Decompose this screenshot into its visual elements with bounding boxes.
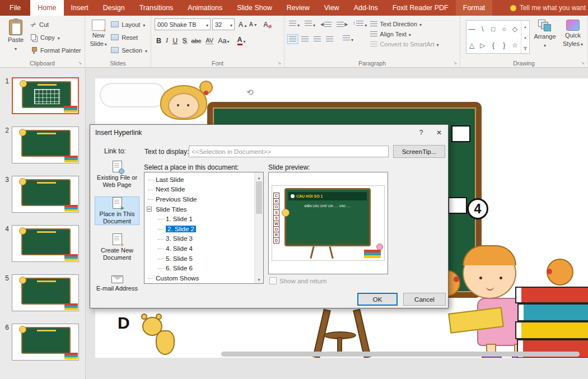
tab-design[interactable]: Design bbox=[96, 0, 132, 16]
text-shadow-button[interactable]: S bbox=[182, 37, 186, 45]
tab-home[interactable]: Home bbox=[30, 0, 63, 16]
copy-button[interactable]: Copy bbox=[29, 32, 83, 43]
tab-add-ins[interactable]: Add-Ins bbox=[347, 0, 385, 16]
character-spacing-button[interactable]: AV bbox=[206, 37, 213, 44]
tree-item-slide-titles[interactable]: Slide Titles bbox=[146, 204, 253, 214]
document-places-tree[interactable]: Last Slide Next Slide Previous Slide Sli… bbox=[144, 172, 264, 284]
tab-slide-show[interactable]: Slide Show bbox=[230, 0, 279, 16]
tab-format[interactable]: Format bbox=[456, 0, 493, 16]
tab-review[interactable]: Review bbox=[279, 0, 317, 16]
tell-me-box[interactable]: Tell me what you want bbox=[510, 0, 588, 16]
link-to-email-address[interactable]: E-mail Address bbox=[95, 269, 139, 298]
slide-thumbnail-2[interactable] bbox=[12, 127, 79, 163]
font-name-dropdown-icon[interactable] bbox=[204, 21, 208, 28]
shapes-gallery-scrollbar[interactable] bbox=[521, 21, 529, 53]
slide-thumbnail-3[interactable] bbox=[12, 176, 79, 213]
strikethrough-button[interactable]: abc bbox=[192, 38, 202, 44]
section-button[interactable]: Section bbox=[109, 45, 149, 55]
bold-button[interactable]: B bbox=[156, 37, 161, 45]
italic-button[interactable]: I bbox=[166, 36, 168, 45]
scroll-down-icon[interactable] bbox=[255, 275, 263, 282]
paste-dropdown-icon[interactable] bbox=[15, 45, 17, 52]
align-justify-button[interactable] bbox=[326, 36, 333, 42]
align-right-button[interactable] bbox=[314, 36, 321, 42]
tree-item-slide-1[interactable]: 1. Slide 1 bbox=[146, 214, 253, 224]
shape-diamond-icon[interactable]: ◇ bbox=[512, 25, 517, 33]
link-to-place-in-document[interactable]: ➤ Place in This Document bbox=[95, 196, 139, 225]
new-slide-button[interactable]: New Slide bbox=[87, 17, 109, 59]
dialog-close-button[interactable]: ✕ bbox=[430, 125, 448, 140]
gallery-more-icon[interactable] bbox=[524, 44, 527, 52]
layout-button[interactable]: Layout bbox=[109, 19, 149, 30]
ok-button[interactable]: OK bbox=[357, 293, 398, 306]
shape-line-icon[interactable]: — bbox=[469, 25, 475, 33]
tree-item-slide-6[interactable]: 6. Slide 6 bbox=[146, 263, 253, 273]
link-to-create-new-document[interactable]: ✦ Create New Document bbox=[95, 233, 139, 261]
arrange-button[interactable]: Arrange bbox=[532, 17, 558, 59]
align-text-button[interactable]: Align Text bbox=[370, 31, 438, 38]
font-name-combo[interactable]: 000 Shake TB bbox=[155, 18, 211, 30]
cut-button[interactable]: ✂ Cut bbox=[29, 19, 83, 30]
tree-item-previous-slide[interactable]: Previous Slide bbox=[146, 194, 253, 204]
cancel-button[interactable]: Cancel bbox=[403, 293, 446, 306]
shape-right-brace-icon[interactable]: } bbox=[503, 41, 505, 49]
slide-thumbnail-4[interactable] bbox=[12, 225, 79, 262]
decrease-indent-button[interactable]: ◀ bbox=[320, 22, 332, 27]
dialog-titlebar[interactable]: Insert Hyperlink bbox=[90, 125, 448, 140]
screentip-button[interactable]: ScreenTip... bbox=[393, 145, 445, 158]
decrease-font-button[interactable]: A▼ bbox=[249, 21, 258, 27]
tab-foxit-reader-pdf[interactable]: Foxit Reader PDF bbox=[385, 0, 456, 16]
link-to-existing-file[interactable]: Existing File or Web Page bbox=[95, 160, 139, 189]
shape-left-brace-icon[interactable]: { bbox=[492, 41, 494, 49]
align-left-button[interactable] bbox=[289, 36, 296, 42]
increase-font-button[interactable]: A▲ bbox=[239, 21, 248, 29]
underline-button[interactable]: U bbox=[172, 37, 178, 45]
clipboard-dialog-launcher[interactable] bbox=[77, 60, 83, 66]
tab-animations[interactable]: Animations bbox=[180, 0, 230, 16]
bullets-button[interactable] bbox=[289, 21, 300, 29]
paste-button[interactable]: Paste bbox=[2, 17, 29, 59]
font-color-button[interactable]: A bbox=[237, 36, 246, 45]
numbering-button[interactable] bbox=[305, 21, 315, 29]
scroll-up-icon[interactable] bbox=[524, 22, 527, 30]
slide-thumbnail-6[interactable] bbox=[12, 324, 79, 361]
line-spacing-button[interactable]: ↕ bbox=[353, 21, 367, 29]
shape-oval-icon[interactable]: ○ bbox=[502, 25, 506, 33]
change-case-button[interactable]: Aa bbox=[218, 37, 229, 45]
slide-thumbnail-1[interactable] bbox=[12, 77, 79, 114]
tree-item-slide-4[interactable]: 4. Slide 4 bbox=[146, 244, 253, 254]
font-size-dropdown-icon[interactable] bbox=[228, 21, 232, 28]
shapes-gallery[interactable]: — \ □ ○ ◇ △ ▷ { } ☆ bbox=[466, 20, 530, 54]
reset-button[interactable]: Reset bbox=[109, 32, 149, 43]
shape-right-triangle-icon[interactable]: ▷ bbox=[480, 41, 485, 49]
tree-scrollbar[interactable] bbox=[254, 172, 263, 283]
scrollbar-thumb[interactable] bbox=[256, 181, 262, 214]
quick-styles-button[interactable]: Quick Styles bbox=[560, 17, 586, 59]
columns-button[interactable] bbox=[343, 35, 353, 43]
font-size-combo[interactable]: 32 bbox=[212, 18, 235, 30]
drawing-dialog-launcher[interactable] bbox=[580, 60, 586, 66]
tree-item-slide-5[interactable]: 5. Slide 5 bbox=[146, 254, 253, 264]
tree-item-custom-shows[interactable]: Custom Shows bbox=[146, 273, 253, 283]
shape-star-icon[interactable]: ☆ bbox=[512, 41, 518, 49]
tree-item-next-slide[interactable]: Next Slide bbox=[146, 185, 253, 195]
tab-file[interactable]: File bbox=[0, 0, 30, 16]
scroll-down-icon[interactable] bbox=[524, 33, 527, 41]
paragraph-dialog-launcher[interactable] bbox=[452, 60, 458, 66]
shape-triangle-icon[interactable]: △ bbox=[469, 41, 474, 49]
shape-rectangle-icon[interactable]: □ bbox=[491, 25, 495, 33]
align-center-button[interactable] bbox=[301, 36, 309, 42]
slide-thumbnail-5[interactable] bbox=[12, 274, 79, 311]
format-painter-button[interactable]: Format Painter bbox=[29, 45, 83, 55]
tab-insert[interactable]: Insert bbox=[64, 0, 96, 16]
collapse-icon[interactable] bbox=[147, 207, 152, 212]
scroll-up-icon[interactable] bbox=[255, 174, 263, 180]
text-direction-button[interactable]: Text Direction bbox=[370, 21, 438, 27]
increase-indent-button[interactable]: ▶ bbox=[337, 22, 348, 27]
dialog-help-button[interactable]: ? bbox=[412, 125, 430, 140]
tree-item-last-slide[interactable]: Last Slide bbox=[146, 175, 253, 185]
clear-formatting-button[interactable]: A bbox=[264, 21, 268, 29]
font-dialog-launcher[interactable] bbox=[276, 60, 282, 66]
tab-view[interactable]: View bbox=[317, 0, 347, 16]
tab-transitions[interactable]: Transitions bbox=[132, 0, 181, 16]
